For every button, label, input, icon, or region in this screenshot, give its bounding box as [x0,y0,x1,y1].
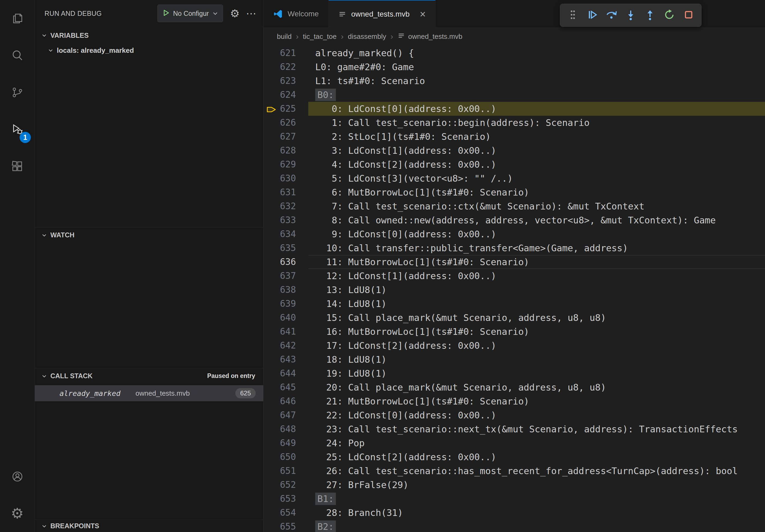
continue-button[interactable] [584,7,600,24]
call-stack-frame-row[interactable]: already_marked owned_tests.mvb 625 [35,385,263,401]
code-line[interactable]: 623L1: ts#1#0: Scenario [264,74,765,88]
tab-owned-tests[interactable]: owned_tests.mvb × [329,0,435,28]
line-number[interactable]: 647 [264,408,308,422]
line-number[interactable]: 622 [264,60,308,74]
code-line[interactable]: 650 25: LdConst[2](address: 0x00..) [264,450,765,464]
line-number[interactable]: 638 [264,283,308,297]
debug-config-dropdown[interactable]: No Configur [157,5,223,22]
code-line[interactable]: 634 9: LdConst[0](address: 0x00..) [264,227,765,241]
code-line[interactable]: 636 11: MutBorrowLoc[1](ts#1#0: Scenario… [264,255,765,269]
code-line[interactable]: 638 13: LdU8(1) [264,283,765,297]
line-number[interactable]: 625 [264,102,308,116]
line-number[interactable]: 650 [264,450,308,464]
line-number[interactable]: 652 [264,478,308,492]
activitybar-extensions[interactable] [0,148,35,185]
activitybar-run-and-debug[interactable]: 1 [0,111,35,148]
breadcrumb-item[interactable]: disassembly [348,32,386,41]
line-number[interactable]: 629 [264,157,308,171]
line-number[interactable]: 645 [264,381,308,394]
code-line[interactable]: 652 27: BrFalse(29) [264,478,765,492]
line-number[interactable]: 640 [264,311,308,325]
line-number[interactable]: 646 [264,394,308,408]
debug-toolbar-drag-handle[interactable] [564,7,581,24]
debug-settings-gear-icon[interactable]: ⚙ [230,8,240,19]
code-line[interactable]: 626 1: Call test_scenario::begin(address… [264,116,765,130]
line-number[interactable]: 643 [264,353,308,367]
breakpoints-section-header[interactable]: BREAKPOINTS [35,520,263,532]
breadcrumb-item[interactable]: build [277,32,292,41]
line-number[interactable]: 644 [264,367,308,381]
code-line[interactable]: 632 7: Call test_scenario::ctx(&mut Scen… [264,199,765,213]
step-over-button[interactable] [603,7,620,24]
code-line[interactable]: 641 16: MutBorrowLoc[1](ts#1#0: Scenario… [264,325,765,339]
code-line[interactable]: 629 4: LdConst[2](address: 0x00..) [264,157,765,171]
code-line[interactable]: 648 23: Call test_scenario::next_tx(&mut… [264,422,765,436]
start-debugging-icon[interactable] [162,9,170,18]
code-line[interactable]: 643 18: LdU8(1) [264,353,765,367]
code-line[interactable]: 639 14: LdU8(1) [264,297,765,311]
code-line[interactable]: 631 6: MutBorrowLoc[1](ts#1#0: Scenario) [264,185,765,199]
line-number[interactable]: 636 [264,255,308,269]
line-number[interactable]: 635 [264,241,308,255]
line-number[interactable]: 655 [264,520,308,532]
variables-section-header[interactable]: VARIABLES [35,28,263,43]
line-number[interactable]: 641 [264,325,308,339]
tab-welcome[interactable]: Welcome [264,0,329,28]
activitybar-explorer[interactable] [0,0,35,37]
line-number[interactable]: 633 [264,213,308,227]
code-line[interactable]: 630 5: LdConst[3](vector<u8>: "" /..) [264,171,765,185]
code-line[interactable]: 644 19: LdU8(1) [264,367,765,381]
more-actions-icon[interactable]: ⋯ [246,8,256,19]
line-number[interactable]: 648 [264,422,308,436]
code-line[interactable]: 637 12: LdConst[1](address: 0x00..) [264,269,765,283]
variables-scope-row[interactable]: locals: already_marked [35,43,263,58]
code-line[interactable]: 635 10: Call transfer::public_transfer<G… [264,241,765,255]
line-number[interactable]: 631 [264,185,308,199]
code-line[interactable]: 640 15: Call place_mark(&mut Scenario, a… [264,311,765,325]
code-line[interactable]: 625 0: LdConst[0](address: 0x00..) [264,102,765,116]
code-line[interactable]: 622L0: game#2#0: Game [264,60,765,74]
step-into-button[interactable] [622,7,639,24]
watch-section-header[interactable]: WATCH [35,227,263,243]
code-line[interactable]: 651 26: Call test_scenario::has_most_rec… [264,464,765,478]
line-number[interactable]: 624 [264,88,308,102]
call-stack-section-header[interactable]: CALL STACK Paused on entry [35,368,263,384]
code-line[interactable]: 633 8: Call owned::new(address, address,… [264,213,765,227]
line-number[interactable]: 642 [264,339,308,353]
line-number[interactable]: 628 [264,143,308,157]
line-number[interactable]: 621 [264,46,308,60]
code-line[interactable]: 649 24: Pop [264,436,765,450]
line-number[interactable]: 626 [264,116,308,130]
step-out-button[interactable] [642,7,658,24]
breadcrumb-item[interactable]: tic_tac_toe [303,32,337,41]
code-line[interactable]: 642 17: LdConst[2](address: 0x00..) [264,339,765,353]
line-number[interactable]: 654 [264,506,308,520]
code-line[interactable]: 655B2: [264,520,765,532]
code-line[interactable]: 645 20: Call place_mark(&mut Scenario, a… [264,381,765,394]
line-number[interactable]: 632 [264,199,308,213]
line-number[interactable]: 651 [264,464,308,478]
line-number[interactable]: 639 [264,297,308,311]
code-line[interactable]: 621already_marked() { [264,46,765,60]
line-number[interactable]: 653 [264,492,308,506]
activitybar-search[interactable] [0,37,35,74]
code-line[interactable]: 627 2: StLoc[1](ts#1#0: Scenario) [264,130,765,143]
stop-button[interactable] [680,7,697,24]
code-line[interactable]: 654 28: Branch(31) [264,506,765,520]
code-line[interactable]: 628 3: LdConst[1](address: 0x00..) [264,143,765,157]
code-line[interactable]: 624B0: [264,88,765,102]
restart-button[interactable] [661,7,678,24]
line-number[interactable]: 634 [264,227,308,241]
line-number[interactable]: 623 [264,74,308,88]
activitybar-settings[interactable]: ⚙ [0,495,35,532]
line-number[interactable]: 637 [264,269,308,283]
line-number[interactable]: 630 [264,171,308,185]
line-number[interactable]: 627 [264,130,308,143]
line-number[interactable]: 649 [264,436,308,450]
activitybar-accounts[interactable] [0,458,35,495]
breadcrumb-item[interactable]: owned_tests.mvb [397,32,462,41]
code-line[interactable]: 653B1: [264,492,765,506]
code-line[interactable]: 647 22: LdConst[0](address: 0x00..) [264,408,765,422]
close-icon[interactable]: × [420,9,426,19]
code-line[interactable]: 646 21: MutBorrowLoc[1](ts#1#0: Scenario… [264,394,765,408]
